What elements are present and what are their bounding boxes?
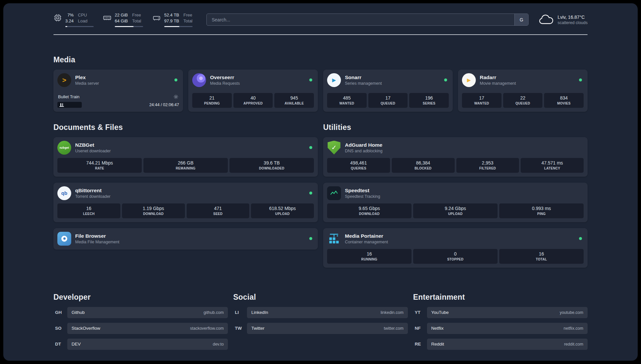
playback-progress-bar[interactable] xyxy=(57,102,82,108)
service-card-qbittorrent[interactable]: qbqBittorrentTorrent downloader16LEECH1.… xyxy=(53,183,318,222)
stat-label: UPLOAD xyxy=(252,212,313,216)
search-input[interactable] xyxy=(207,14,514,25)
status-online-dot xyxy=(309,78,312,81)
bookmark-youtube[interactable]: YTYouTubeyoutube.com xyxy=(413,307,588,318)
stat-label: PENDING xyxy=(193,102,231,105)
stat-wanted: 485WANTED xyxy=(327,93,367,108)
status-online-dot xyxy=(444,78,447,81)
cpu-load-value: 3.24 xyxy=(65,18,74,24)
stat-label: WANTED xyxy=(463,102,501,105)
stat-approved: 40APPROVED xyxy=(233,93,273,108)
bookmark-abbr: RE xyxy=(413,342,427,347)
storage-free-value: 52.4 TB xyxy=(164,13,179,18)
storage-total-value: 97.9 TB xyxy=(164,18,179,24)
search-provider-button[interactable]: G xyxy=(514,14,528,25)
cpu-percent: 7% xyxy=(68,13,74,18)
stat-label: QUEUED xyxy=(369,102,407,105)
status-online-dot xyxy=(579,78,582,81)
bookmark-pill: DEVdev.to xyxy=(67,339,228,350)
stat-label: RUNNING xyxy=(328,258,411,261)
storage-usage-bar xyxy=(164,26,193,27)
service-name: Radarr xyxy=(480,75,516,80)
stat-value: 39.6 TB xyxy=(230,160,313,166)
bookmark-github[interactable]: GHGithubgithub.com xyxy=(53,307,228,318)
stat-value: 744.21 Mbps xyxy=(58,160,141,166)
service-name: qBittorrent xyxy=(75,188,110,194)
middle-columns: Documents & Files nzbgetNZBGetUsenet dow… xyxy=(53,123,588,268)
service-card-header: SpeedtestSpeedtest Tracking xyxy=(327,186,584,200)
service-card-nzbget[interactable]: nzbgetNZBGetUsenet downloader744.21 Mbps… xyxy=(53,137,318,177)
bookmark-abbr: DT xyxy=(53,342,67,347)
service-card-titles: qBittorrentTorrent downloader xyxy=(75,188,110,199)
stat-label: QUEUED xyxy=(504,102,542,105)
service-description: Media File Management xyxy=(75,240,119,244)
stat-label: AVAILABLE xyxy=(275,102,313,105)
stat-value: 945 xyxy=(275,95,313,101)
bookmark-twitter[interactable]: TWTwittertwitter.com xyxy=(233,323,408,334)
service-name: Speedtest xyxy=(345,188,380,194)
stat-rate: 744.21 MbpsRATE xyxy=(57,158,142,173)
bookmark-pill: LinkedInlinkedin.com xyxy=(247,307,408,318)
service-card-header: File BrowserMedia File Management xyxy=(57,232,314,246)
service-card-speedtest[interactable]: SpeedtestSpeedtest Tracking9.65 GbpsDOWN… xyxy=(323,183,588,222)
service-name: Sonarr xyxy=(345,75,382,80)
utilities-section: Utilities ✓AdGuard HomeDNS and adblockin… xyxy=(323,123,588,268)
service-card-adguard-home[interactable]: ✓AdGuard HomeDNS and adblocking498,461QU… xyxy=(323,137,588,177)
bookmark-pill: YouTubeyoutube.com xyxy=(427,307,588,318)
memory-widget-body: 22 GiB 64 GiB Free Total xyxy=(115,13,143,27)
stat-movies: 834MOVIES xyxy=(544,93,584,108)
now-playing-row: Bullet Train xyxy=(57,94,179,99)
bookmark-reddit[interactable]: RERedditreddit.com xyxy=(413,339,588,350)
stat-available: 945AVAILABLE xyxy=(274,93,314,108)
cpu-usage-fill xyxy=(65,26,67,27)
service-description: Movie management xyxy=(480,81,516,86)
service-card-file-browser[interactable]: File BrowserMedia File Management xyxy=(53,228,318,250)
bookmark-domain: reddit.com xyxy=(564,342,583,347)
bookmark-domain: netflix.com xyxy=(564,326,583,331)
cpu-load-label: Load xyxy=(78,18,87,24)
service-stats-row: 21PENDING40APPROVED945AVAILABLE xyxy=(192,90,314,108)
bookmark-name: Reddit xyxy=(431,342,444,347)
service-card-radarr[interactable]: ▶RadarrMovie management17WANTED22QUEUED8… xyxy=(458,70,588,112)
stat-value: 21 xyxy=(193,95,231,101)
service-card-overseerr[interactable]: OverseerrMedia Requests21PENDING40APPROV… xyxy=(188,70,318,112)
weather-description: scattered clouds xyxy=(558,20,588,25)
stat-blocked: 86,384BLOCKED xyxy=(392,158,455,173)
bookmark-stackoverflow[interactable]: SOStackOverflowstackoverflow.com xyxy=(53,323,228,334)
cpu-widget-body: 7% 3.24 CPU Load xyxy=(65,13,94,27)
stat-leech: 16LEECH xyxy=(57,203,120,218)
settings-gear-icon[interactable] xyxy=(173,94,178,99)
documents-cards: nzbgetNZBGetUsenet downloader744.21 Mbps… xyxy=(53,137,318,250)
status-online-dot xyxy=(309,192,312,195)
stat-label: DOWNLOAD xyxy=(328,212,411,216)
bookmark-abbr: NF xyxy=(413,326,427,331)
section-title-media: Media xyxy=(53,55,588,64)
storage-total-label: Total xyxy=(183,18,192,24)
weather-widget[interactable]: Lviv, 16.87°C scattered clouds xyxy=(538,15,588,25)
service-card-plex[interactable]: >PlexMedia serverBullet Train24:44 / 02:… xyxy=(53,70,183,112)
service-card-titles: PlexMedia server xyxy=(75,75,99,86)
storage-widget-body: 52.4 TB 97.9 TB Free Total xyxy=(164,13,193,27)
stat-upload: 618.52 MbpsUPLOAD xyxy=(251,203,314,218)
stat-label: LATENCY xyxy=(521,167,583,170)
service-card-titles: SpeedtestSpeedtest Tracking xyxy=(345,188,380,199)
media-section: Media >PlexMedia serverBullet Train24:44… xyxy=(53,55,588,112)
bookmark-dev[interactable]: DTDEVdev.to xyxy=(53,339,228,350)
bookmark-pill: Githubgithub.com xyxy=(67,307,228,318)
bookmark-linkedin[interactable]: LILinkedInlinkedin.com xyxy=(233,307,408,318)
service-stats-row: 744.21 MbpsRATE266 GBREMAINING39.6 TBDOW… xyxy=(57,155,314,173)
stat-label: PING xyxy=(500,212,583,216)
cpu-label: CPU xyxy=(78,13,87,18)
stat-filtered: 2,953FILTERED xyxy=(456,158,519,173)
bookmark-netflix[interactable]: NFNetflixnetflix.com xyxy=(413,323,588,334)
bookmark-group-entertainment: EntertainmentYTYouTubeyoutube.comNFNetfl… xyxy=(413,293,588,354)
storage-usage-fill xyxy=(164,26,179,27)
stat-label: DOWNLOADED xyxy=(230,167,313,170)
service-card-sonarr[interactable]: ▶SonarrSeries management485WANTED17QUEUE… xyxy=(323,70,453,112)
bookmark-domain: dev.to xyxy=(213,342,224,347)
service-card-media-portainer[interactable]: Media PortainerContainer management16RUN… xyxy=(323,228,588,268)
plex-icon: > xyxy=(57,73,71,87)
stat-queries: 498,461QUERIES xyxy=(327,158,390,173)
stat-stopped: 0STOPPED xyxy=(413,249,498,264)
storage-free-label: Free xyxy=(183,13,192,18)
